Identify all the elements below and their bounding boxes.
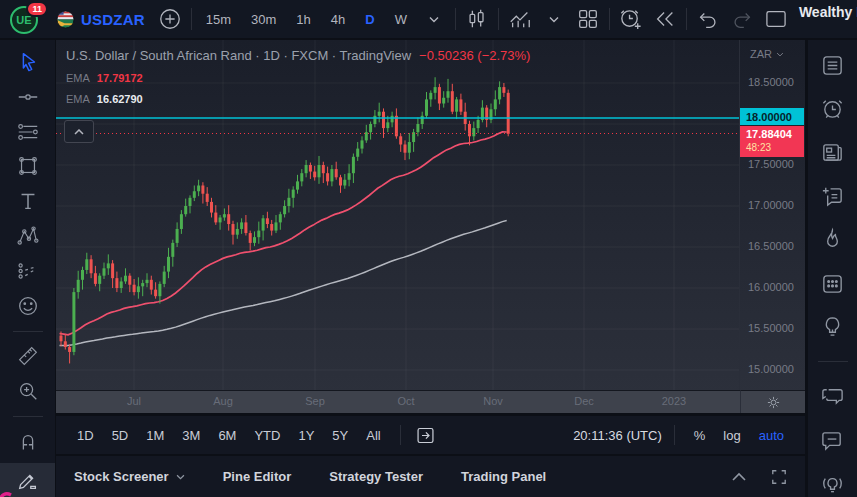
- news-icon: [820, 140, 845, 165]
- shapes-tool-button[interactable]: [9, 152, 47, 180]
- range-1m[interactable]: 1M: [139, 424, 171, 447]
- interval-1w[interactable]: W: [389, 8, 413, 31]
- user-menu-button[interactable]: UE 11: [10, 3, 44, 35]
- time-tick[interactable]: Nov: [473, 395, 513, 407]
- time-axis[interactable]: Jul Aug Sep Oct Nov Dec 2023: [56, 390, 740, 413]
- tab-strategy-tester[interactable]: Strategy Tester: [329, 469, 423, 484]
- text-tool-button[interactable]: [9, 187, 47, 215]
- tab-trading-panel[interactable]: Trading Panel: [461, 469, 546, 484]
- range-all[interactable]: All: [359, 424, 387, 447]
- time-tick[interactable]: Jul: [114, 395, 154, 407]
- price-axis[interactable]: ZAR 18.50000 17.50000 17.00000 16.50000 …: [740, 40, 805, 390]
- ema-fast-row: EMA17.79172: [66, 72, 530, 84]
- layout-grid-button[interactable]: [575, 5, 601, 33]
- hotlists-button[interactable]: [816, 226, 850, 253]
- redo-button[interactable]: [729, 5, 755, 33]
- clock-utc[interactable]: 20:11:36 (UTC): [573, 428, 662, 443]
- chats-icon: [820, 384, 845, 409]
- interval-4h[interactable]: 4h: [325, 8, 351, 31]
- news-button[interactable]: [816, 139, 850, 166]
- create-alert-button[interactable]: [618, 5, 644, 33]
- calendar-icon: [820, 271, 845, 296]
- interval-menu-button[interactable]: [421, 5, 447, 33]
- ideas-button[interactable]: [816, 314, 850, 341]
- public-chats-button[interactable]: [816, 383, 850, 410]
- alerts-button[interactable]: [816, 96, 850, 123]
- toolbar-separator: [674, 425, 675, 445]
- broadcast-idea-icon: [820, 471, 845, 496]
- range-1d[interactable]: 1D: [70, 424, 101, 447]
- range-6m[interactable]: 6M: [211, 424, 243, 447]
- range-5y[interactable]: 5Y: [325, 424, 355, 447]
- bottom-panel: Stock Screener Pine Editor Strategy Test…: [56, 454, 805, 497]
- time-tick[interactable]: Sep: [295, 395, 335, 407]
- compare-add-button[interactable]: [157, 5, 183, 33]
- range-3m[interactable]: 3M: [175, 424, 207, 447]
- fib-retracement-tool-button[interactable]: [9, 118, 47, 146]
- collapse-indicators-button[interactable]: [64, 120, 94, 143]
- indicators-icon: [508, 7, 532, 31]
- toolbar-separator: [13, 331, 43, 332]
- alert-price-label[interactable]: 18.00000: [740, 108, 804, 125]
- indicators-button[interactable]: [507, 5, 533, 33]
- forecast-tool-button[interactable]: [9, 257, 47, 285]
- measure-tool-button[interactable]: [9, 342, 47, 370]
- emoji-tool-button[interactable]: [9, 292, 47, 320]
- auto-scale-button[interactable]: auto: [752, 424, 791, 447]
- flame-icon: [820, 227, 845, 252]
- chart-pane[interactable]: U.S. Dollar / South African Rand · 1D · …: [56, 40, 740, 390]
- price-tick: 16.00000: [748, 281, 794, 293]
- range-5d[interactable]: 5D: [105, 424, 136, 447]
- chart-title: U.S. Dollar / South African Rand · 1D · …: [66, 48, 530, 63]
- streams-button[interactable]: [816, 470, 850, 497]
- goto-date-button[interactable]: [413, 421, 439, 449]
- time-tick[interactable]: Oct: [386, 395, 426, 407]
- time-tick[interactable]: Aug: [203, 395, 243, 407]
- indicators-menu-button[interactable]: [541, 5, 567, 33]
- account-name[interactable]: Wealthy Educ...: [799, 5, 857, 20]
- price-axis-currency[interactable]: ZAR: [750, 48, 784, 60]
- range-ytd[interactable]: YTD: [247, 424, 287, 447]
- percent-scale-button[interactable]: %: [687, 424, 713, 447]
- magnet-icon: [16, 430, 40, 454]
- time-tick[interactable]: 2023: [654, 395, 694, 407]
- chat-bubble-icon: [820, 428, 845, 453]
- toolbar-separator: [455, 8, 456, 30]
- panel-expand-button[interactable]: [731, 472, 747, 482]
- gear-icon: [766, 395, 781, 410]
- watchlist-button[interactable]: [816, 52, 850, 79]
- private-chat-button[interactable]: [816, 427, 850, 454]
- tab-stock-screener[interactable]: Stock Screener: [74, 469, 185, 484]
- alarm-clock-icon: [820, 96, 845, 121]
- cursor-tool-button[interactable]: [9, 48, 47, 76]
- undo-button[interactable]: [695, 5, 721, 33]
- interval-1h[interactable]: 1h: [290, 8, 316, 31]
- toolbar-separator: [13, 416, 43, 417]
- range-1y[interactable]: 1Y: [291, 424, 321, 447]
- symbol-search-button[interactable]: USDZAR: [52, 7, 149, 32]
- chart-style-button[interactable]: [464, 5, 490, 33]
- bar-replay-button[interactable]: [652, 5, 678, 33]
- price-tick: 15.50000: [748, 322, 794, 334]
- toolbar-separator: [686, 8, 687, 30]
- pattern-tool-button[interactable]: [9, 222, 47, 250]
- interval-30m[interactable]: 30m: [245, 8, 282, 31]
- log-scale-button[interactable]: log: [716, 424, 747, 447]
- calendar-button[interactable]: [816, 270, 850, 297]
- tab-pine-editor[interactable]: Pine Editor: [223, 469, 292, 484]
- alert-clock-plus-icon: [618, 7, 643, 32]
- magnet-mode-button[interactable]: [9, 428, 47, 456]
- magnifier-plus-icon: [16, 379, 40, 403]
- notes-button[interactable]: [816, 183, 850, 210]
- interval-15m[interactable]: 15m: [200, 8, 237, 31]
- toolbar-separator: [400, 425, 401, 445]
- chevron-down-icon: [776, 52, 784, 57]
- time-tick[interactable]: Dec: [564, 395, 604, 407]
- panel-maximize-button[interactable]: [771, 469, 787, 485]
- axis-settings-button[interactable]: [740, 390, 805, 413]
- interval-1d[interactable]: D: [359, 8, 380, 31]
- symbol-flag-icon: [56, 10, 75, 29]
- single-chart-layout-button[interactable]: [763, 5, 789, 33]
- zoom-in-tool-button[interactable]: [9, 377, 47, 405]
- trend-line-tool-button[interactable]: [9, 83, 47, 111]
